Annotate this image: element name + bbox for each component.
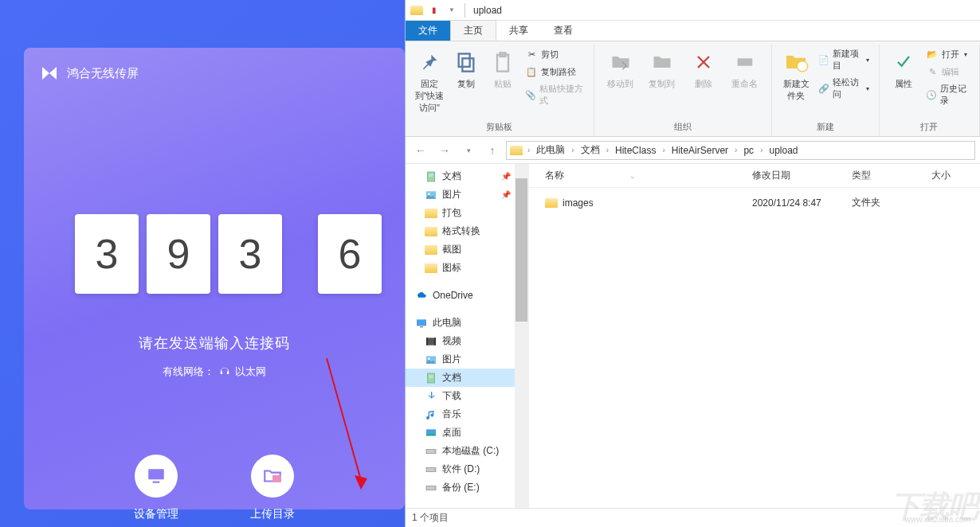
column-size[interactable]: 大小 xyxy=(923,164,971,187)
new-folder-button[interactable]: 新建文件夹 xyxy=(778,46,813,105)
sidebar-item-label: OneDrive xyxy=(433,290,473,301)
svg-point-31 xyxy=(433,469,434,470)
edit-button[interactable]: ✎编辑 xyxy=(923,64,973,80)
paste-icon xyxy=(490,49,515,75)
paste-shortcut-button[interactable]: 📎粘贴快捷方式 xyxy=(522,81,587,108)
tab-share[interactable]: 共享 xyxy=(496,21,541,41)
nav-up-button[interactable]: ↑ xyxy=(482,140,503,161)
file-type: 文件夹 xyxy=(844,191,923,214)
cut-icon: ✂ xyxy=(525,48,538,61)
nav-back-button[interactable]: ← xyxy=(410,140,431,161)
crumb-pc[interactable]: pc xyxy=(739,145,759,156)
sidebar-item-3[interactable]: 格式转换 xyxy=(406,222,528,240)
device-manage-button[interactable]: 设备管理 xyxy=(134,455,178,521)
copy-button[interactable]: 复制 xyxy=(449,46,484,93)
nav-forward-button[interactable]: → xyxy=(434,140,455,161)
pin-icon xyxy=(417,49,442,75)
copy-to-button[interactable]: 复制到 xyxy=(642,46,682,93)
crumb-upload[interactable]: upload xyxy=(764,145,802,156)
edit-icon: ✎ xyxy=(926,65,939,78)
sidebar-item-8[interactable]: 视频 xyxy=(406,332,528,350)
sidebar-item-label: 图片 xyxy=(442,353,461,366)
breadcrumb[interactable]: › 此电脑› 文档› HiteClass› HiteAirServer› pc›… xyxy=(506,141,975,160)
tab-file[interactable]: 文件 xyxy=(406,21,450,41)
rename-button[interactable]: 重命名 xyxy=(725,46,765,93)
rename-icon xyxy=(732,49,758,75)
sidebar-item-12[interactable]: 音乐 xyxy=(406,405,528,424)
cut-button[interactable]: ✂剪切 xyxy=(522,46,587,62)
crumb-hiteclass[interactable]: HiteClass xyxy=(610,145,661,156)
sidebar-item-5[interactable]: 图标 xyxy=(406,259,528,277)
sidebar-item-16[interactable]: 备份 (E:) xyxy=(406,478,528,497)
sidebar-item-14[interactable]: 本地磁盘 (C:) xyxy=(406,442,528,460)
folder-icon xyxy=(425,244,437,256)
pin-to-quick-access-button[interactable]: 固定到"快速访问" xyxy=(412,46,447,117)
easy-access-button[interactable]: 🔗轻松访问▾ xyxy=(815,75,872,102)
move-to-button[interactable]: 移动到 xyxy=(601,46,641,93)
sidebar-item-17[interactable]: 网络 xyxy=(406,506,528,508)
titlebar-dropdown-icon[interactable]: ▼ xyxy=(444,2,460,18)
sidebar-item-label: 音乐 xyxy=(442,408,461,421)
sidebar-item-label: 桌面 xyxy=(442,426,461,439)
ribbon-group-organize: 移动到 复制到 删除 重命名 组织 xyxy=(594,45,772,136)
code-digit-3: 3 xyxy=(218,214,282,294)
easy-access-icon: 🔗 xyxy=(818,82,829,95)
new-item-button[interactable]: 📄新建项目▾ xyxy=(815,46,872,73)
chevron-right-icon: › xyxy=(527,146,530,154)
open-menu-button[interactable]: 📂打开▾ xyxy=(923,46,973,62)
sidebar-item-10[interactable]: 文档 xyxy=(406,369,528,387)
tab-home[interactable]: 主页 xyxy=(450,20,496,41)
ribbon-group-clipboard: 固定到"快速访问" 复制 粘贴 ✂剪切 📋复制路径 📎粘贴快捷方式 剪贴板 xyxy=(406,45,594,136)
sidebar-item-11[interactable]: 下载 xyxy=(406,387,528,405)
copy-icon xyxy=(453,49,479,75)
column-date[interactable]: 修改日期 xyxy=(744,164,844,187)
folder-icon xyxy=(425,225,437,238)
network-label: 有线网络： xyxy=(163,365,214,379)
upload-dir-button[interactable]: 上传目录 xyxy=(250,455,295,521)
delete-button[interactable]: 删除 xyxy=(684,46,723,93)
paste-shortcut-icon: 📎 xyxy=(525,88,536,101)
svg-point-33 xyxy=(433,487,434,488)
tab-view[interactable]: 查看 xyxy=(541,21,586,41)
nav-recent-dropdown[interactable]: ▾ xyxy=(458,140,479,161)
history-button[interactable]: 🕓历史记录 xyxy=(923,81,973,108)
sidebar-item-2[interactable]: 打包 xyxy=(406,204,528,222)
column-type[interactable]: 类型 xyxy=(844,164,923,187)
code-digit-2: 9 xyxy=(147,214,210,294)
sidebar-item-1[interactable]: 图片📌 xyxy=(406,185,528,204)
svg-rect-25 xyxy=(429,377,433,377)
sidebar-item-label: 软件 (D:) xyxy=(442,463,480,476)
copy-to-icon xyxy=(649,49,675,75)
copy-path-button[interactable]: 📋复制路径 xyxy=(522,64,587,80)
sidebar-item-0[interactable]: 文档📌 xyxy=(406,167,528,185)
file-size xyxy=(923,198,971,208)
sidebar-item-9[interactable]: 图片 xyxy=(406,350,528,369)
headphone-icon xyxy=(219,366,230,377)
code-digit-4: 6 xyxy=(318,214,382,294)
file-row-0[interactable]: images2020/11/24 8:47文件夹 xyxy=(529,188,980,217)
folder-icon xyxy=(409,2,425,18)
paste-button[interactable]: 粘贴 xyxy=(485,46,520,93)
crumb-hiteairserver[interactable]: HiteAirServer xyxy=(667,145,733,156)
properties-button[interactable]: 属性 xyxy=(886,46,921,93)
sidebar-item-15[interactable]: 软件 (D:) xyxy=(406,460,528,478)
sidebar-item-label: 截图 xyxy=(442,243,461,256)
svg-rect-24 xyxy=(429,375,433,376)
svg-rect-20 xyxy=(434,338,436,345)
column-name[interactable]: 名称 ⌵ xyxy=(529,164,744,187)
sidebar-item-7[interactable]: 此电脑 xyxy=(406,314,528,332)
history-icon: 🕓 xyxy=(926,88,937,101)
crumb-this-pc[interactable]: 此电脑 xyxy=(531,143,570,157)
svg-rect-17 xyxy=(420,326,423,327)
svg-rect-1 xyxy=(153,482,160,483)
sidebar-item-label: 此电脑 xyxy=(433,316,461,330)
sidebar-item-13[interactable]: 桌面 xyxy=(406,424,528,442)
file-explorer-window: ▮ ▼ upload 文件 主页 共享 查看 固定到"快速访问" 复制 xyxy=(405,0,980,527)
scroll-thumb[interactable] xyxy=(515,178,527,322)
sidebar-scrollbar[interactable] xyxy=(515,164,528,508)
sidebar-item-6[interactable]: OneDrive xyxy=(406,287,528,304)
folder-icon xyxy=(545,198,558,208)
sidebar-item-4[interactable]: 截图 xyxy=(406,240,528,259)
crumb-documents[interactable]: 文档 xyxy=(576,143,605,157)
app-logo-icon xyxy=(40,64,59,83)
